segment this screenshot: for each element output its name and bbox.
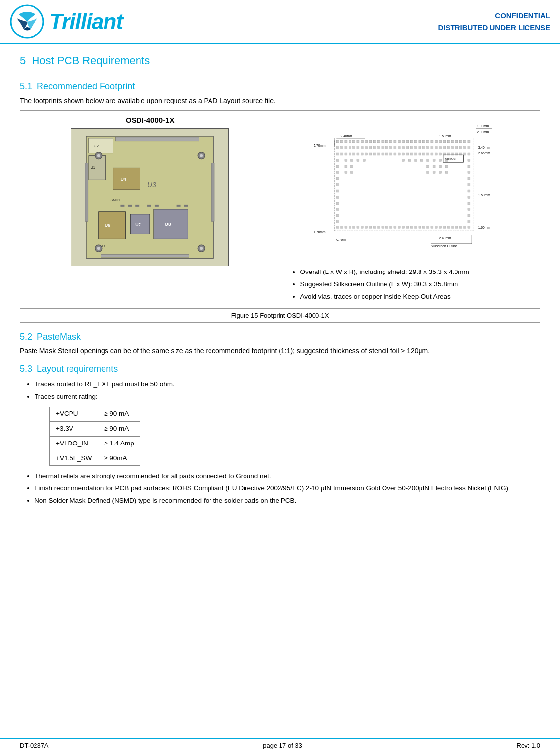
svg-rect-128 [435,153,437,155]
confidential-banner: CONFIDENTIAL DISTRIBUTED UNDER LICENSE [438,5,550,38]
svg-rect-176 [445,165,448,168]
section-5: 5 Host PCB Requirements [20,54,540,69]
svg-rect-167 [426,159,429,162]
svg-rect-41 [349,140,351,143]
svg-rect-112 [369,153,371,155]
svg-rect-56 [410,140,413,143]
svg-rect-82 [381,147,384,149]
svg-rect-30 [128,205,132,207]
svg-rect-161 [356,159,359,162]
svg-rect-162 [363,159,365,162]
svg-rect-185 [344,226,347,228]
svg-rect-192 [373,226,376,228]
figure-bullets: Overall (L x W x H), including shield: 2… [285,267,535,304]
bullet-overall: Overall (L x W x H), including shield: 2… [300,267,535,278]
trace-value: ≥ 90 mA [98,407,140,421]
svg-rect-71 [336,147,339,149]
svg-rect-168 [433,159,435,162]
figure-left-panel: OSDI-4000-1X U2 U1 [20,111,280,308]
svg-rect-83 [385,147,388,149]
svg-rect-117 [389,153,392,155]
svg-rect-153 [336,208,339,211]
svg-rect-107 [349,153,351,155]
svg-rect-97 [443,147,445,149]
figure-left-title: OSDI-4000-1X [126,116,174,124]
svg-rect-179 [426,171,429,174]
svg-text:2.65mm: 2.65mm [478,151,490,155]
table-row: +VCPU≥ 90 mA [50,407,140,421]
logo-area: Trilliant [10,5,438,38]
svg-rect-160 [350,159,353,162]
svg-rect-208 [439,226,441,228]
figure-caption: Figure 15 Footprint OSDI-4000-1X [20,308,540,322]
bullet-silkscreen: Suggested Silkscreen Outline (L x W): 30… [300,279,535,290]
svg-text:2.40mm: 2.40mm [340,134,352,137]
svg-rect-109 [356,153,359,155]
footer-left: DT-0237A [20,742,49,749]
svg-rect-66 [451,140,454,143]
svg-rect-186 [349,226,351,228]
svg-rect-209 [443,226,445,228]
layout-bullet-3: Thermal reliefs are strongly recommended… [35,471,540,482]
svg-rect-77 [361,147,363,149]
svg-point-22 [97,154,100,157]
svg-rect-141 [336,171,339,174]
svg-text:Silkscreen  Outline: Silkscreen Outline [430,244,457,248]
svg-rect-49 [381,140,384,143]
svg-rect-202 [414,226,417,228]
svg-rect-98 [447,147,450,149]
trace-value: ≥ 90mA [98,451,140,466]
svg-text:U3: U3 [147,181,156,189]
svg-rect-61 [430,140,433,143]
svg-rect-48 [377,140,380,143]
svg-text:0.70mm: 0.70mm [336,238,348,241]
svg-rect-100 [455,147,457,149]
svg-rect-193 [377,226,380,228]
svg-rect-75 [352,147,355,149]
svg-rect-58 [418,140,420,143]
section-5-2: 5.2 PasteMask Paste Mask Stencil opening… [20,332,540,355]
svg-rect-199 [402,226,404,228]
svg-rect-15 [99,212,126,239]
svg-rect-210 [447,226,450,228]
svg-rect-158 [467,221,470,223]
layout-bullet-2: Traces current rating: +VCPU≥ 90 mA+3.3V… [35,391,540,466]
svg-rect-195 [385,226,388,228]
svg-rect-147 [336,190,339,192]
svg-rect-103 [467,147,470,149]
trace-label: +3.3V [50,421,98,436]
svg-rect-95 [435,147,437,149]
trace-label: +VLDO_IN [50,436,98,451]
confidential-line1: CONFIDENTIAL [495,10,550,22]
svg-rect-78 [365,147,367,149]
svg-rect-88 [406,147,408,149]
page-footer: DT-0237A page 17 of 33 Rev: 1.0 [0,738,560,752]
svg-rect-14 [101,254,189,257]
svg-rect-180 [433,171,435,174]
svg-text:5.70mm: 5.70mm [314,144,325,147]
svg-rect-126 [426,153,429,155]
section-5-3: 5.3 Layout requirements Traces routed to… [20,364,540,507]
svg-rect-184 [340,226,343,228]
svg-rect-122 [410,153,413,155]
svg-rect-102 [463,147,466,149]
pcb-layout-diagram: U2 U1 U3 U4 SMD1 [71,128,229,266]
svg-text:U8: U8 [165,221,171,227]
svg-rect-205 [426,226,429,228]
svg-rect-163 [402,159,404,162]
figure-row: OSDI-4000-1X U2 U1 [20,111,540,308]
svg-rect-33 [155,205,159,207]
section-5-2-title: 5.2 PasteMask [20,332,540,342]
svg-rect-137 [336,159,339,162]
svg-rect-39 [340,140,343,143]
svg-text:U1: U1 [91,166,95,169]
trace-current-table: +VCPU≥ 90 mA+3.3V≥ 90 mA+VLDO_IN≥ 1.4 Am… [49,407,140,466]
svg-rect-139 [336,165,339,168]
svg-rect-157 [336,221,339,223]
svg-rect-46 [369,140,371,143]
svg-rect-146 [467,184,470,186]
svg-rect-59 [422,140,425,143]
footer-center: page 17 of 33 [263,742,302,749]
section-5-1: 5.1 Recommended Footprint The footprints… [20,81,540,323]
svg-rect-99 [451,147,454,149]
